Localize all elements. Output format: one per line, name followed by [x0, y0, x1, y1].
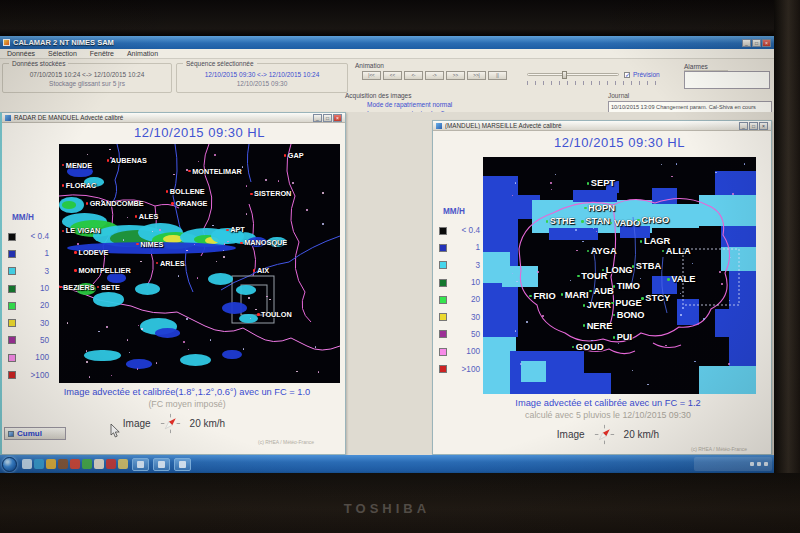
- city-label: MONTPELLIER: [74, 266, 130, 275]
- legend-value: 3: [454, 261, 480, 270]
- transport-button[interactable]: <-: [404, 71, 423, 80]
- city-dot: [583, 304, 586, 307]
- animation-slider[interactable]: [527, 73, 619, 76]
- right-window-title: (MANDUEL) MARSEILLE Advecté calibré: [445, 122, 739, 129]
- taskbar-icon[interactable]: [94, 459, 104, 469]
- cumul-window[interactable]: Cumul: [4, 427, 66, 440]
- taskbar-icon[interactable]: [70, 459, 80, 469]
- monitor-bezel-bottom: TOSHIBA: [0, 473, 800, 533]
- city-label: VALE: [667, 274, 695, 284]
- city-dot: [577, 275, 580, 278]
- city-label: BEZIERS: [59, 283, 95, 292]
- city-label: ORANGE: [171, 199, 207, 208]
- prevision-checkbox[interactable]: [624, 72, 630, 78]
- taskbar-icon[interactable]: [22, 459, 32, 469]
- taskbar-window-button[interactable]: [174, 458, 191, 471]
- legend-swatch: [8, 267, 16, 275]
- stored-end: 12/10/2015 10:24: [94, 71, 145, 78]
- legend-title: MM/H: [12, 213, 49, 222]
- city-dot: [284, 154, 287, 157]
- right-subcaption: calculé avec 5 pluvios le 12/10/2015 09:…: [453, 410, 763, 420]
- maximize-icon[interactable]: □: [749, 122, 758, 130]
- slider-ruler: [527, 81, 659, 85]
- prevision-label: Prévision: [633, 71, 660, 78]
- taskbar-icon[interactable]: [46, 459, 56, 469]
- transport-button[interactable]: |<<: [362, 71, 381, 80]
- screen: CALAMAR 2 NT NIMES SAM _ □ × DonnéesSéle…: [0, 36, 774, 473]
- sequence-range: 12/10/2015 09:30 <-> 12/10/2015 10:24: [177, 71, 347, 78]
- city-label: MENDE: [62, 161, 92, 170]
- range-arrow: <->: [82, 71, 92, 78]
- menu-item[interactable]: Données: [7, 50, 35, 57]
- transport-button[interactable]: ->: [425, 71, 444, 80]
- menu-item[interactable]: Sélection: [48, 50, 77, 57]
- taskbar-window-button[interactable]: [153, 458, 170, 471]
- slider-thumb[interactable]: [562, 71, 567, 79]
- city-label: LE VIGAN: [62, 226, 100, 235]
- sequence-group: Séquence sélectionnée 12/10/2015 09:30 <…: [176, 63, 348, 93]
- compass-icon: [594, 424, 615, 445]
- maximize-icon[interactable]: □: [752, 39, 761, 47]
- legend-swatch: [8, 302, 16, 310]
- alarms-group: Alarmes: [684, 63, 770, 91]
- city-label: LODEVE: [74, 248, 108, 257]
- taskbar-icon[interactable]: [82, 459, 92, 469]
- legend-value: 1: [23, 249, 49, 258]
- close-icon[interactable]: ×: [762, 39, 771, 47]
- menu-item[interactable]: Fenêtre: [90, 50, 114, 57]
- stored-range: 07/10/2015 10:24 <-> 12/10/2015 10:24: [3, 71, 171, 78]
- legend-row: 30: [8, 314, 49, 331]
- system-tray[interactable]: [694, 457, 772, 471]
- prevision-row: Prévision: [624, 71, 660, 78]
- legend-row: 1: [439, 239, 480, 256]
- city-dot: [613, 336, 616, 339]
- legend-swatch: [8, 285, 16, 293]
- minimize-icon[interactable]: _: [313, 114, 322, 122]
- left-caption: Image advectée et calibrée(1.8°,1.2°,0.6…: [32, 387, 342, 397]
- legend-row: 100: [8, 349, 49, 366]
- advection-speed: 20 km/h: [190, 418, 226, 429]
- legend-row: >100: [439, 360, 480, 377]
- workspace: RADAR DE MANDUEL Advecté calibré _ □ × 1…: [0, 112, 774, 455]
- transport-button[interactable]: ||: [488, 71, 507, 80]
- city-dot: [253, 269, 256, 272]
- main-window-buttons: _ □ ×: [742, 39, 771, 47]
- legend-value: 30: [23, 319, 49, 328]
- sequence-current: 12/10/2015 09:30: [177, 80, 347, 87]
- city-dot: [59, 286, 62, 289]
- monitor-bezel-top: [0, 0, 800, 36]
- minimize-icon[interactable]: _: [742, 39, 751, 47]
- city-label: TIMO: [613, 281, 640, 291]
- city-label: AUB: [589, 286, 613, 296]
- sequence-start: 12/10/2015 09:30: [205, 71, 256, 78]
- transport-button[interactable]: <<: [383, 71, 402, 80]
- right-caption: Image advectée et calibrée avec un FC = …: [453, 398, 763, 408]
- legend-row: 100: [439, 343, 480, 360]
- minimize-icon[interactable]: _: [739, 122, 748, 130]
- city-label: NIMES: [136, 240, 163, 249]
- legend-swatch: [439, 227, 447, 235]
- taskbar-icon[interactable]: [58, 459, 68, 469]
- legend-value: 20: [454, 295, 480, 304]
- city-dot: [97, 286, 100, 289]
- transport-button[interactable]: >>|: [467, 71, 486, 80]
- transport-button[interactable]: >>: [446, 71, 465, 80]
- legend-swatch: [439, 296, 447, 304]
- taskbar-icon[interactable]: [106, 459, 116, 469]
- city-dot: [662, 250, 665, 253]
- start-button[interactable]: [2, 457, 17, 472]
- close-icon[interactable]: ×: [333, 114, 342, 122]
- menu-item[interactable]: Animation: [127, 50, 158, 57]
- city-label: FLORAC: [62, 181, 96, 190]
- maximize-icon[interactable]: □: [323, 114, 332, 122]
- precip-blob: [236, 285, 256, 295]
- city-dot: [166, 190, 169, 193]
- close-icon[interactable]: ×: [759, 122, 768, 130]
- legend-value: >100: [454, 365, 480, 374]
- taskbar-window-button[interactable]: [132, 458, 149, 471]
- city-label: PUI: [613, 332, 633, 342]
- stored-data-label: Données stockées: [9, 60, 68, 67]
- city-dot: [74, 251, 77, 254]
- taskbar-icon[interactable]: [34, 459, 44, 469]
- taskbar-icon[interactable]: [118, 459, 128, 469]
